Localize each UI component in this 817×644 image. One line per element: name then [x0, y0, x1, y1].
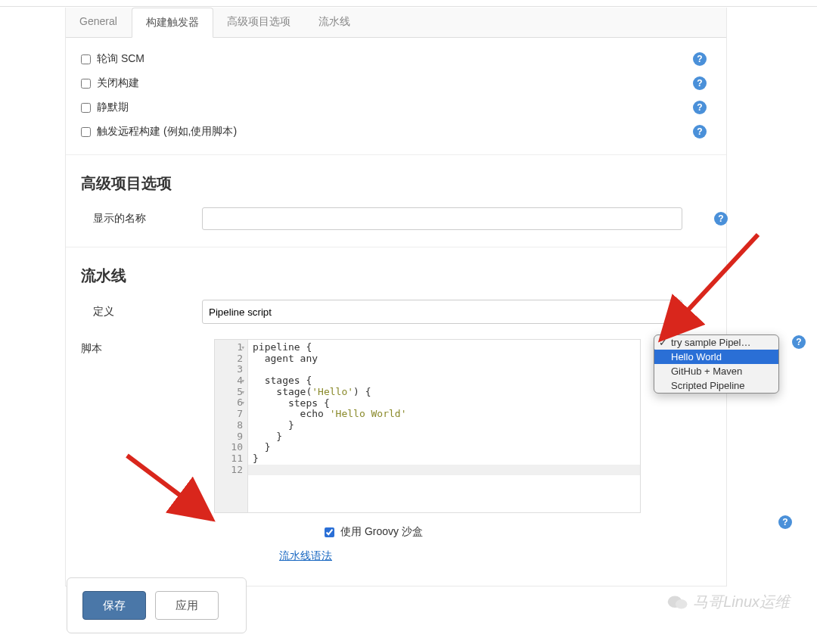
help-icon[interactable]: ?	[693, 52, 707, 66]
dropdown-option[interactable]: Scripted Pipeline	[654, 378, 778, 393]
watermark: 马哥Linux运维	[667, 592, 790, 612]
sample-pipeline-dropdown[interactable]: try sample Pipel…Hello WorldGitHub + Mav…	[654, 334, 779, 394]
editor-code[interactable]: pipeline { agent any stages { stage('Hel…	[248, 340, 640, 512]
triggers-section: 轮询 SCM ? 关闭构建 ? 静默期 ? 触发远程构建 (例如,使用脚本) ?	[66, 38, 726, 144]
code-editor[interactable]: 123456789101112 pipeline { agent any sta…	[214, 339, 641, 513]
help-icon[interactable]: ?	[693, 125, 707, 138]
groovy-sandbox-label: 使用 Groovy 沙盒	[340, 525, 423, 539]
quiet-period-checkbox[interactable]	[81, 103, 91, 113]
config-panel: General 构建触发器 高级项目选项 流水线 轮询 SCM ? 关闭构建 ?…	[65, 8, 727, 586]
dropdown-option[interactable]: Hello World	[654, 350, 778, 364]
tab-build-triggers[interactable]: 构建触发器	[132, 8, 213, 38]
script-area: 脚本 123456789101112 pipeline { agent any …	[214, 339, 744, 513]
display-name-label: 显示的名称	[81, 212, 202, 226]
definition-label: 定义	[81, 305, 202, 319]
svg-point-3	[676, 599, 688, 608]
help-icon[interactable]: ?	[693, 76, 707, 90]
editor-gutter: 123456789101112	[215, 340, 248, 512]
tab-pipeline[interactable]: 流水线	[305, 8, 365, 37]
dropdown-option[interactable]: GitHub + Maven	[654, 364, 778, 378]
help-icon[interactable]: ?	[693, 101, 707, 114]
help-icon[interactable]: ?	[778, 515, 792, 529]
wechat-icon	[667, 594, 688, 611]
dropdown-option[interactable]: try sample Pipel…	[654, 334, 779, 350]
action-buttons: 保存 应用	[67, 577, 247, 633]
script-label: 脚本	[81, 342, 102, 356]
poll-scm-label: 轮询 SCM	[97, 52, 144, 66]
tab-general[interactable]: General	[66, 8, 132, 37]
groovy-sandbox-checkbox[interactable]	[325, 527, 334, 537]
advanced-section-title: 高级项目选项	[66, 154, 726, 201]
pipeline-syntax-link[interactable]: 流水线语法	[279, 549, 332, 562]
quiet-period-label: 静默期	[97, 101, 129, 114]
apply-button[interactable]: 应用	[155, 591, 219, 620]
definition-select[interactable]: Pipeline script	[202, 300, 682, 324]
display-name-input[interactable]	[202, 207, 682, 230]
tab-advanced-options[interactable]: 高级项目选项	[213, 8, 305, 37]
save-button[interactable]: 保存	[82, 591, 146, 620]
disable-build-label: 关闭构建	[97, 76, 139, 90]
poll-scm-checkbox[interactable]	[81, 54, 91, 64]
help-icon[interactable]: ?	[714, 212, 728, 226]
disable-build-checkbox[interactable]	[81, 79, 91, 89]
remote-trigger-checkbox[interactable]	[81, 127, 91, 137]
help-icon[interactable]: ?	[792, 335, 806, 349]
tabs-bar: General 构建触发器 高级项目选项 流水线	[66, 8, 726, 38]
remote-trigger-label: 触发远程构建 (例如,使用脚本)	[97, 125, 237, 138]
pipeline-section-title: 流水线	[66, 247, 726, 294]
